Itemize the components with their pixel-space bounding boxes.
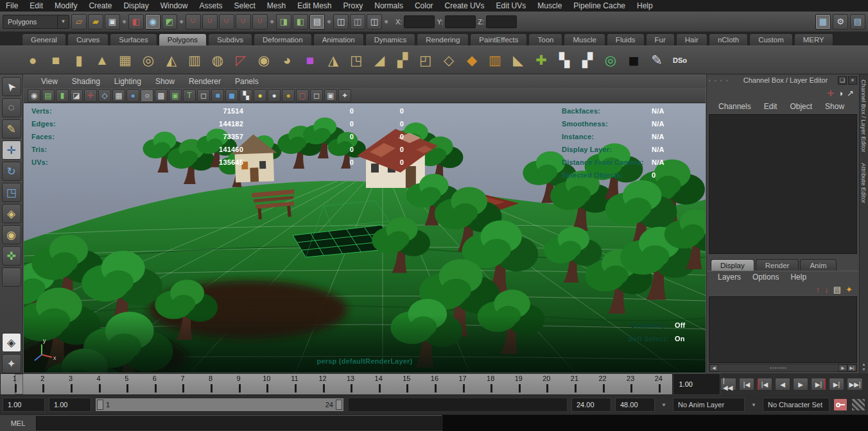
animation-end-field[interactable]: 48.00: [615, 398, 655, 412]
shelf-tab-subdivs[interactable]: Subdivs: [208, 33, 252, 46]
menu-mesh[interactable]: Mesh: [261, 1, 291, 10]
scroll-end-icon[interactable]: ▶|: [847, 364, 856, 371]
vp-menu-view[interactable]: View: [34, 77, 65, 86]
frame-10[interactable]: 10: [252, 374, 281, 394]
select-component-icon[interactable]: ◩: [162, 14, 177, 30]
combine-icon[interactable]: ◉: [253, 49, 275, 72]
menu-modify[interactable]: Modify: [49, 1, 83, 10]
character-set-chevron-icon[interactable]: ▼: [749, 402, 759, 408]
save-scene-icon[interactable]: ▣: [105, 14, 120, 30]
shelf-tab-mery[interactable]: MERY: [794, 33, 833, 46]
vp-menu-renderer[interactable]: Renderer: [182, 77, 228, 86]
shelf-tab-general[interactable]: General: [22, 33, 66, 46]
cb-menu-edit[interactable]: Edit: [758, 102, 784, 111]
frame-12[interactable]: 12: [309, 374, 337, 394]
move-layer-up-icon[interactable]: ↑: [816, 285, 820, 294]
range-slider-track[interactable]: 1 24: [95, 398, 344, 412]
merge-vertices-icon[interactable]: ✚: [530, 49, 552, 72]
step-forward-key-button[interactable]: ▶|: [811, 378, 826, 391]
frame-13[interactable]: 13: [336, 374, 365, 394]
frame-14[interactable]: 14: [365, 374, 393, 394]
hypergraph-button[interactable]: ✦: [2, 354, 21, 373]
frame-6[interactable]: 6: [141, 374, 169, 394]
wireframe-on-shaded-icon[interactable]: ◼: [225, 89, 238, 102]
share-icon[interactable]: ✦: [338, 89, 351, 102]
gate-mask-icon[interactable]: ▩: [155, 89, 168, 102]
pane-cube-a-icon[interactable]: ◻: [310, 89, 323, 102]
scroll-track[interactable]: ▪▪▪▪▪▪▪: [718, 365, 838, 371]
layer-scrollbar[interactable]: ◀ ▪▪▪▪▪▪▪ ▶ ▶|: [709, 364, 857, 372]
flat-light-icon[interactable]: ●: [268, 89, 281, 102]
scale-tool[interactable]: ◳: [2, 183, 21, 202]
cb-menu-channels[interactable]: Channels: [712, 102, 758, 111]
layer-list[interactable]: [709, 296, 857, 363]
image-plane-icon[interactable]: ◪: [70, 89, 83, 102]
animation-start-field[interactable]: 1.00: [3, 398, 45, 412]
side-tab-attribute-editor[interactable]: Attribute Editor: [860, 158, 867, 208]
use-all-lights-icon[interactable]: ●: [254, 89, 266, 102]
symmetry-target-icon[interactable]: ◎: [600, 49, 621, 72]
ipr-render-icon[interactable]: ◫: [350, 14, 365, 30]
select-object-icon[interactable]: ◉: [145, 14, 161, 30]
x-field[interactable]: [404, 15, 435, 28]
menu-pipeline-cache[interactable]: Pipeline Cache: [568, 1, 631, 10]
quadrangulate-icon[interactable]: ▞: [392, 49, 413, 72]
poly-sphere-icon[interactable]: ●: [22, 49, 44, 72]
shelf-tab-toon[interactable]: Toon: [528, 33, 562, 46]
viewport-canvas[interactable]: y x Verts:7151400Edges:14418200Faces:733…: [24, 103, 706, 373]
play-forwards-button[interactable]: ▶: [793, 378, 808, 391]
menu-assets[interactable]: Assets: [193, 1, 228, 10]
menu-set-selector[interactable]: Polygons ▼: [3, 15, 69, 29]
frame-23[interactable]: 23: [616, 374, 645, 394]
restore-icon[interactable]: ❏: [838, 76, 847, 85]
shelf-tab-surfaces[interactable]: Surfaces: [110, 33, 157, 46]
menu-normals[interactable]: Normals: [369, 1, 409, 10]
menu-window[interactable]: Window: [155, 1, 194, 10]
step-forward-frame-button[interactable]: ▶|: [829, 378, 844, 391]
snap-curve-icon[interactable]: ∩: [202, 14, 218, 30]
anim-layer-chevron-icon[interactable]: ▼: [659, 402, 669, 408]
frame-24[interactable]: 24: [645, 374, 673, 394]
frame-19[interactable]: 19: [505, 374, 533, 394]
menu-help[interactable]: Help: [631, 1, 659, 10]
auto-keyframe-icon[interactable]: [851, 398, 865, 411]
mery-dso-icon[interactable]: DSo: [669, 49, 691, 72]
isolate-select-icon[interactable]: ▢: [296, 89, 309, 102]
shelf-tab-fluids[interactable]: Fluids: [607, 33, 645, 46]
2d-pan-zoom-icon[interactable]: ✛: [84, 89, 97, 102]
wireframe-icon[interactable]: ◇: [98, 89, 111, 102]
frame-21[interactable]: 21: [560, 374, 589, 394]
poly-cube-icon[interactable]: ■: [45, 49, 67, 72]
poly-cylinder-icon[interactable]: ▮: [68, 49, 90, 72]
frame-2[interactable]: 2: [29, 374, 57, 394]
channel-list[interactable]: [709, 114, 857, 254]
render-current-frame-icon[interactable]: ◫: [333, 14, 349, 30]
new-scene-icon[interactable]: ▱: [71, 14, 87, 30]
output-connections-icon[interactable]: ◧: [293, 14, 308, 30]
open-scene-icon[interactable]: ▰: [88, 14, 103, 30]
frame-11[interactable]: 11: [281, 374, 309, 394]
mel-label[interactable]: MEL: [0, 419, 36, 427]
textured-icon[interactable]: ○: [141, 89, 153, 102]
frame-4[interactable]: 4: [85, 374, 113, 394]
step-back-key-button[interactable]: |◀: [757, 378, 772, 391]
uv-checker-a-icon[interactable]: ▚: [553, 49, 575, 72]
move-layer-down-icon[interactable]: ↓: [824, 285, 829, 294]
frame-15[interactable]: 15: [393, 374, 421, 394]
menu-proxy[interactable]: Proxy: [338, 1, 369, 10]
frame-17[interactable]: 17: [449, 374, 477, 394]
uv-checker-b-icon[interactable]: ▞: [577, 49, 598, 72]
triangulate-icon[interactable]: ◢: [369, 49, 390, 72]
speed-state-icon[interactable]: ◑: [838, 89, 843, 98]
last-tool[interactable]: [2, 267, 21, 287]
render-settings-icon[interactable]: ◫: [367, 14, 382, 30]
cb-menu-show[interactable]: Show: [819, 102, 851, 111]
layout-pane-button[interactable]: ◈: [2, 333, 21, 352]
side-tab-channel-box-layer-editor[interactable]: Channel Box / Layer Editor: [860, 74, 867, 158]
poly-torus-icon[interactable]: ◎: [137, 49, 159, 72]
snap-plane-icon[interactable]: ∩: [236, 14, 251, 30]
shelf-tab-animation[interactable]: Animation: [313, 33, 364, 46]
cb-menu-object[interactable]: Object: [783, 102, 819, 111]
sidebar-channelbox-toggle-icon[interactable]: ▦: [815, 14, 831, 30]
vp-menu-shading[interactable]: Shading: [65, 77, 107, 86]
